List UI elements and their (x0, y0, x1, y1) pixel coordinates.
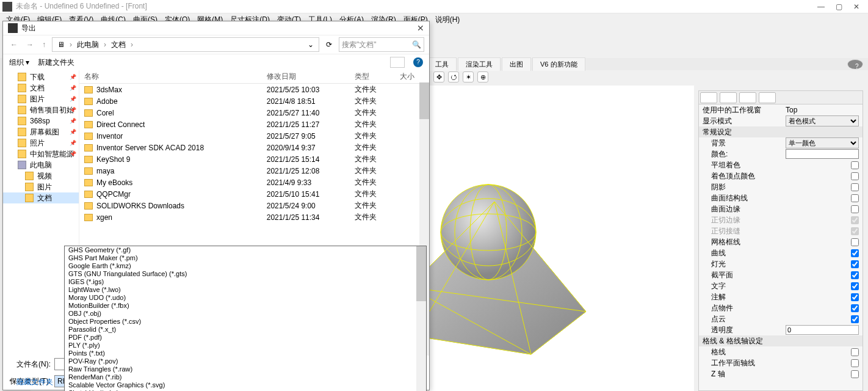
sidebar-item[interactable]: 屏幕截图📌 (3, 126, 79, 137)
tab[interactable]: 渲染工具 (458, 57, 501, 71)
display-mode-select[interactable]: 着色模式 (786, 115, 859, 126)
pan-icon[interactable]: ✥ (433, 71, 444, 82)
file-row[interactable]: Adobe2021/4/8 18:51文件夹 (79, 95, 429, 107)
column-header[interactable]: 修改日期 (262, 70, 350, 84)
format-option[interactable]: IGES (*.igs) (65, 278, 426, 286)
refresh-button[interactable]: ⟳ (323, 40, 335, 49)
nav-back-button[interactable]: ← (8, 40, 20, 49)
dropdown-scroll-thumb[interactable] (416, 246, 426, 301)
ptobj-check[interactable] (851, 304, 859, 312)
panel-tab-icon[interactable] (739, 92, 756, 103)
format-option[interactable]: POV-Ray (*.pov) (65, 357, 426, 365)
format-option[interactable]: Object Properties (*.csv) (65, 318, 426, 326)
annot-check[interactable] (851, 293, 859, 301)
format-option[interactable]: GHS Geometry (*.gf) (65, 246, 426, 254)
format-option[interactable]: MotionBuilder (*.fbx) (65, 302, 426, 310)
format-option[interactable]: Moray UDO (*.udo) (65, 294, 426, 302)
dropdown-scrollbar[interactable] (416, 246, 426, 391)
file-row[interactable]: Direct Connect2021/1/25 11:27文件夹 (79, 119, 429, 130)
target-icon[interactable]: ⊕ (477, 71, 488, 82)
format-option[interactable]: Points (*.txt) (65, 349, 426, 357)
meshwire-check[interactable] (851, 238, 859, 246)
format-option[interactable]: LightWave (*.lwo) (65, 286, 426, 294)
format-option[interactable]: Scalable Vector Graphics (*.svg) (65, 381, 426, 389)
sidebar-item[interactable]: 文档📌 (3, 82, 79, 93)
file-row[interactable]: QQPCMgr2021/5/10 15:41文件夹 (79, 188, 429, 200)
sidebar-item[interactable]: 销售项目初始📌 (3, 104, 79, 115)
bg-select[interactable]: 单一颜色 (786, 137, 859, 148)
sidebar-item[interactable]: 368sp📌 (3, 115, 79, 126)
format-option[interactable]: Parasolid (*.x_t) (65, 326, 426, 334)
nav-up-button[interactable]: ↑ (40, 40, 48, 49)
view-mode-button[interactable] (390, 57, 405, 68)
tab[interactable]: 出图 (502, 57, 531, 71)
file-row[interactable]: Inventor2021/5/27 9:05文件夹 (79, 130, 429, 142)
ptcloud-check[interactable] (851, 315, 859, 323)
opacity-input[interactable] (786, 325, 859, 335)
format-option[interactable]: RenderMan (*.rib) (65, 373, 426, 381)
file-row[interactable]: My eBooks2021/4/9 9:33文件夹 (79, 177, 429, 188)
zaxis-check[interactable] (851, 370, 859, 378)
shadow-check[interactable] (851, 183, 859, 191)
flat-check[interactable] (851, 161, 859, 169)
file-row[interactable]: SOLIDWORKS Downloads2021/5/24 9:00文件夹 (79, 200, 429, 211)
format-option[interactable]: PDF (*.pdf) (65, 334, 426, 342)
sidebar-item[interactable]: 下载📌 (3, 71, 79, 82)
column-header[interactable]: 类型 (350, 70, 394, 84)
maximize-button[interactable]: ▢ (836, 2, 842, 11)
search-input[interactable]: 搜索"文档"🔍 (339, 37, 424, 52)
sidebar-item[interactable]: 视频 (3, 170, 79, 181)
tab[interactable]: 工具 (427, 57, 457, 71)
file-row[interactable]: xgen2021/1/25 11:34文件夹 (79, 211, 429, 223)
curve-check[interactable] (851, 249, 859, 257)
format-option[interactable]: GHS Part Maker (*.pm) (65, 254, 426, 262)
scroll-thumb[interactable] (419, 82, 429, 119)
surfedge-check[interactable] (851, 205, 859, 213)
format-option[interactable]: Google Earth (*.kmz) (65, 262, 426, 270)
file-row[interactable]: maya2021/1/25 12:08文件夹 (79, 165, 429, 177)
nav-forward-button[interactable]: → (24, 40, 36, 49)
cplane-check[interactable] (851, 359, 859, 367)
sidebar-item[interactable]: 此电脑 (3, 159, 79, 170)
zoom-icon[interactable]: ✶ (463, 71, 474, 82)
column-header[interactable]: 名称 (79, 70, 262, 84)
sidebar-item[interactable]: 图片 (3, 181, 79, 192)
text-check[interactable] (851, 282, 859, 290)
file-row[interactable]: Inventor Server SDK ACAD 20182020/9/14 9… (79, 142, 429, 153)
hide-folders-link[interactable]: ⌃隐藏文件夹 (8, 377, 53, 387)
file-row[interactable]: KeyShot 92021/1/25 15:14文件夹 (79, 153, 429, 165)
surfiso-check[interactable] (851, 194, 859, 202)
organize-dropdown[interactable]: 组织 ▾ (9, 57, 29, 68)
rotate-icon[interactable]: ⭯ (448, 71, 459, 82)
new-folder-button[interactable]: 新建文件夹 (38, 57, 74, 68)
panel-tab-icon[interactable] (700, 92, 717, 103)
panel-tab-icon[interactable] (720, 92, 737, 103)
clip-check[interactable] (851, 271, 859, 279)
sidebar-item[interactable]: 照片📌 (3, 137, 79, 148)
sidebar-item[interactable]: 文档 (3, 192, 79, 203)
close-button[interactable]: ✕ (853, 2, 859, 11)
menu-item[interactable]: 说明(H) (432, 15, 464, 25)
format-option[interactable]: Raw Triangles (*.raw) (65, 365, 426, 373)
help-icon[interactable]: ? (847, 59, 863, 69)
light-check[interactable] (851, 260, 859, 268)
crumb-item[interactable]: 此电脑 (74, 40, 101, 50)
dialog-close-button[interactable]: ✕ (417, 23, 424, 33)
dialog-help-icon[interactable]: ? (413, 57, 423, 67)
crumb-item[interactable]: 文档 (109, 40, 128, 50)
crumb-dropdown-icon[interactable]: ⌄ (305, 40, 316, 49)
file-row[interactable]: 3dsMax2021/5/25 10:03文件夹 (79, 84, 429, 96)
format-option[interactable]: PLY (*.ply) (65, 342, 426, 349)
grid-check[interactable] (851, 348, 859, 356)
tab[interactable]: V6 的新功能 (532, 57, 585, 71)
column-header[interactable]: 大小 (395, 70, 429, 84)
format-option[interactable]: OBJ (*.obj) (65, 310, 426, 318)
breadcrumb[interactable]: 🖥› 此电脑› 文档› ⌄ (52, 37, 319, 52)
vertcolor-check[interactable] (851, 172, 859, 180)
format-option[interactable]: GTS (GNU Triangulated Surface) (*.gts) (65, 270, 426, 278)
color-swatch[interactable] (786, 149, 859, 159)
minimize-button[interactable]: — (817, 2, 825, 11)
sidebar-item[interactable]: 中如智慧能源📌 (3, 148, 79, 159)
file-row[interactable]: Corel2021/5/27 11:40文件夹 (79, 107, 429, 119)
panel-tab-icon[interactable] (759, 92, 776, 103)
